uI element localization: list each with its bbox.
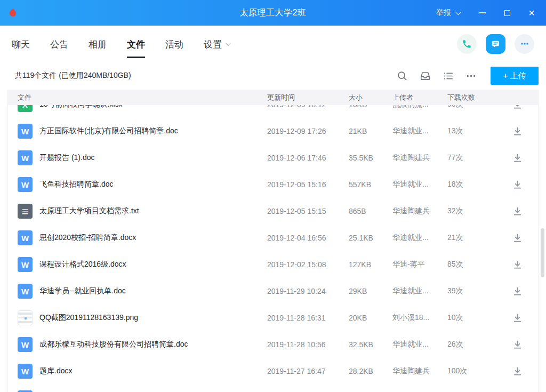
tab-settings[interactable]: 设置 <box>204 26 229 62</box>
download-icon[interactable] <box>512 233 523 244</box>
minimize-icon <box>479 12 486 13</box>
file-name: 华迪学员--就业回执单.doc <box>39 286 126 296</box>
file-uploader: 华迪陶建兵 <box>392 206 447 216</box>
file-type-icon <box>18 124 33 139</box>
file-uploader: 华迪陶建兵 <box>392 366 447 376</box>
file-uploader: 华迪就业... <box>392 233 447 243</box>
file-size: 16KB <box>349 105 392 109</box>
file-name: 成都乐檬互动科技股份有限公司招聘简章.doc <box>39 340 188 349</box>
search-icon[interactable] <box>397 70 408 82</box>
file-size: 32.5KB <box>349 340 392 349</box>
tab-label: 活动 <box>165 37 183 51</box>
close-button[interactable]: × <box>526 7 537 19</box>
table-row[interactable]: 13号前离校同学确认.xlsx 2019-12-09 18:12 16KB 流浪… <box>8 105 538 118</box>
file-updated-time: 2019-12-05 15:16 <box>267 180 349 189</box>
table-row[interactable]: 方正国际软件(北京)有限公司招聘简章.doc 2019-12-09 17:26 … <box>8 118 538 145</box>
file-download-count: 39次 <box>447 286 496 296</box>
table-row[interactable] <box>8 385 538 392</box>
file-count-summary: 共119个文件 (已使用240MB/10GB) <box>15 71 131 81</box>
file-name: QQ截图20191128163139.png <box>39 313 138 323</box>
file-uploader: 华迪就业... <box>392 340 447 349</box>
file-updated-time: 2019-11-27 16:47 <box>267 367 349 375</box>
file-name: 13号前离校同学确认.xlsx <box>39 105 123 109</box>
window-titlebar: 太原理工大学2班 举报 × <box>0 0 546 26</box>
toolbar-more-icon[interactable] <box>465 70 477 82</box>
file-size: 21KB <box>349 127 392 135</box>
file-size: 28.2KB <box>349 367 392 375</box>
file-download-count: 85次 <box>447 260 496 269</box>
tab-announcement[interactable]: 公告 <box>50 26 68 62</box>
close-icon: × <box>528 7 535 18</box>
report-label: 举报 <box>436 8 451 18</box>
report-button[interactable]: 举报 <box>436 8 460 18</box>
file-uploader: 流浪的流... <box>392 105 447 109</box>
table-row[interactable]: 课程设计格式2016级.docx 2019-12-02 15:08 127KB … <box>8 251 538 278</box>
group-message-button[interactable] <box>486 34 505 54</box>
file-download-count: 32次 <box>447 206 496 216</box>
file-download-count: 18次 <box>447 180 496 189</box>
file-name: 太原理工大学项目文档需求.txt <box>39 206 139 216</box>
file-download-count: 13次 <box>447 126 496 136</box>
tab-files[interactable]: 文件 <box>127 26 145 62</box>
file-name: 开题报告 (1).doc <box>39 153 94 163</box>
tab-label: 公告 <box>50 37 68 51</box>
app-logo-icon <box>9 8 17 18</box>
download-icon[interactable] <box>512 313 523 324</box>
tab-chat[interactable]: 聊天 <box>12 26 30 62</box>
file-size: 35.5KB <box>349 154 392 162</box>
tab-bar: 聊天 公告 相册 文件 活动 设置 <box>0 26 546 62</box>
table-row[interactable]: 太原理工大学项目文档需求.txt 2019-12-05 15:15 865B 华… <box>8 198 538 225</box>
file-uploader: 华迪就业... <box>392 286 447 296</box>
maximize-icon <box>504 10 510 16</box>
file-type-icon <box>18 105 33 112</box>
minimize-button[interactable] <box>477 7 488 19</box>
tab-label: 相册 <box>89 37 107 51</box>
file-updated-time: 2019-11-28 16:31 <box>267 314 349 322</box>
file-updated-time: 2019-12-04 16:56 <box>267 234 349 242</box>
file-name: 方正国际软件(北京)有限公司招聘简章.doc <box>39 126 178 136</box>
download-icon[interactable] <box>512 286 523 297</box>
download-icon[interactable] <box>512 259 523 270</box>
download-icon[interactable] <box>512 153 523 164</box>
chat-bubble-icon <box>490 38 501 50</box>
file-list: 13号前离校同学确认.xlsx 2019-12-09 18:12 16KB 流浪… <box>8 105 538 392</box>
table-row[interactable]: QQ截图20191128163139.png 2019-11-28 16:31 … <box>8 305 538 331</box>
download-icon[interactable] <box>512 366 523 377</box>
file-type-icon <box>18 230 33 245</box>
table-row[interactable]: 开题报告 (1).doc 2019-12-06 17:46 35.5KB 华迪陶… <box>8 145 538 171</box>
table-row[interactable]: 思创2020校招-招聘简章.docx 2019-12-04 16:56 25.1… <box>8 225 538 251</box>
file-uploader: 华迪就业... <box>392 126 447 136</box>
download-icon[interactable] <box>512 339 523 350</box>
file-uploader: 华迪-蒋平 <box>392 260 447 269</box>
file-updated-time: 2019-12-09 18:12 <box>267 105 349 109</box>
download-icon[interactable] <box>512 126 523 137</box>
file-type-icon <box>18 364 33 379</box>
download-icon[interactable] <box>512 179 523 190</box>
maximize-button[interactable] <box>501 7 513 19</box>
file-download-count: 90次 <box>447 105 496 109</box>
download-manager-icon[interactable] <box>420 70 431 82</box>
table-row[interactable]: 飞鱼科技招聘简章.doc 2019-12-05 15:16 557KB 华迪就业… <box>8 171 538 198</box>
file-uploader: 刘小溪18... <box>392 313 447 323</box>
download-icon[interactable] <box>512 206 523 217</box>
tab-album[interactable]: 相册 <box>89 26 107 62</box>
chevron-down-icon <box>226 41 231 46</box>
table-row[interactable]: 题库.docx 2019-11-27 16:47 28.2KB 华迪陶建兵 10… <box>8 358 538 385</box>
upload-button[interactable]: + 上传 <box>491 67 539 85</box>
file-updated-time: 2019-12-05 15:15 <box>267 207 349 215</box>
ellipsis-icon <box>519 38 530 49</box>
file-size: 29KB <box>349 287 392 295</box>
file-updated-time: 2019-12-06 17:46 <box>267 154 349 162</box>
table-row[interactable]: 华迪学员--就业回执单.doc 2019-11-29 10:24 29KB 华迪… <box>8 278 538 305</box>
more-actions-button[interactable] <box>515 34 534 54</box>
file-type-icon <box>18 204 33 219</box>
download-icon[interactable] <box>512 105 523 110</box>
scrollbar-thumb[interactable] <box>541 228 544 277</box>
file-download-count: 100次 <box>447 366 496 376</box>
list-view-icon[interactable] <box>443 70 454 82</box>
voice-call-button[interactable] <box>457 34 477 54</box>
table-row[interactable]: 成都乐檬互动科技股份有限公司招聘简章.doc 2019-11-28 10:56 … <box>8 331 538 358</box>
file-size: 557KB <box>349 180 392 189</box>
tab-activity[interactable]: 活动 <box>165 26 183 62</box>
file-name: 题库.docx <box>39 366 72 376</box>
